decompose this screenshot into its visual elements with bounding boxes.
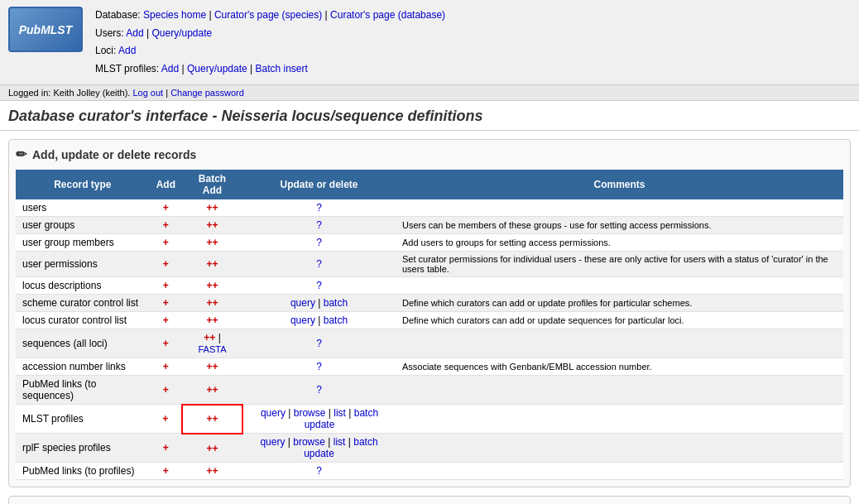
batch-add-link[interactable]: ++	[207, 413, 218, 425]
batch-add-link[interactable]: ++	[207, 465, 218, 477]
batch-add-link[interactable]: ++	[207, 219, 218, 231]
loci-add-link[interactable]: Add	[118, 45, 136, 56]
browse-link[interactable]: browse	[293, 436, 325, 448]
batch-cell: ++ | FASTA	[182, 329, 242, 358]
batch-add-link[interactable]: ++	[207, 361, 218, 372]
table-row: PubMed links (to sequences) + ++ ?	[16, 376, 843, 405]
update-link[interactable]: ?	[316, 258, 322, 270]
batch-cell: ++	[182, 312, 242, 329]
comment-cell: Define which curators can add or update …	[396, 312, 843, 329]
header: PubMLST Database: Species home | Curator…	[0, 0, 859, 85]
batch-cell: ++	[182, 358, 242, 376]
update-link[interactable]: ?	[316, 384, 322, 396]
mlst-label: MLST profiles:	[95, 63, 159, 74]
batch-cell: ++	[182, 252, 242, 277]
list-link[interactable]: list	[334, 436, 346, 448]
comment-cell	[396, 277, 843, 295]
query-link[interactable]: query	[261, 407, 286, 419]
update-link[interactable]: ?	[316, 237, 322, 248]
add-link[interactable]: +	[163, 338, 169, 349]
record-type-cell: user group members	[16, 234, 150, 252]
batch-add-link[interactable]: ++	[207, 280, 218, 291]
users-query-link[interactable]: Query/update	[152, 27, 213, 39]
batch-add-link[interactable]: ++	[207, 237, 218, 248]
mlst-batch-link[interactable]: Batch insert	[255, 63, 307, 74]
add-link[interactable]: +	[163, 384, 169, 396]
table-row: user groups + ++ ? Users can be members …	[16, 217, 843, 234]
batch-cell: ++	[182, 277, 242, 295]
batch-link[interactable]: batch	[324, 297, 348, 309]
add-link[interactable]: +	[162, 413, 168, 425]
comment-cell	[396, 463, 843, 480]
change-password-link[interactable]: Change password	[170, 88, 244, 98]
curators-database-link[interactable]: Curator's page (database)	[330, 9, 445, 21]
browse-link[interactable]: browse	[294, 407, 326, 419]
comment-cell: Define which curators can add or update …	[396, 295, 843, 312]
add-link[interactable]: +	[163, 314, 169, 326]
curators-species-link[interactable]: Curator's page (species)	[214, 9, 322, 21]
update-link[interactable]: ?	[316, 465, 322, 477]
comment-cell: Associate sequences with Genbank/EMBL ac…	[396, 358, 843, 376]
batch-add-link[interactable]: ++	[207, 258, 218, 270]
col-batch-add: Batch Add	[182, 170, 242, 199]
nav-links: Database: Species home | Curator's page …	[95, 7, 445, 78]
table-row: rplF species profiles + ++ query | brows…	[16, 434, 843, 463]
add-link[interactable]: +	[163, 258, 169, 270]
table-row: PubMed links (to profiles) + ++ ?	[16, 463, 843, 480]
add-link[interactable]: +	[163, 297, 169, 309]
update-cell: ?	[242, 358, 396, 376]
records-section-title: Add, update or delete records	[32, 148, 196, 161]
add-cell: +	[150, 312, 182, 329]
table-row: sequences (all loci) + ++ | FASTA ?	[16, 329, 843, 358]
config-section: 🔧 Database configuration Table Add Batch…	[8, 496, 851, 504]
comment-cell: Add users to groups for setting access p…	[396, 234, 843, 252]
record-type-cell: locus descriptions	[16, 277, 150, 295]
add-link[interactable]: +	[163, 202, 169, 214]
logout-link[interactable]: Log out	[132, 88, 163, 98]
update-link[interactable]: ?	[316, 361, 322, 372]
mlst-query-link[interactable]: Query/update	[187, 63, 247, 74]
update-link[interactable]: ?	[316, 219, 322, 231]
update-link[interactable]: ?	[316, 338, 322, 349]
batch-link[interactable]: batch	[324, 314, 348, 326]
species-home-link[interactable]: Species home	[143, 9, 206, 21]
add-link[interactable]: +	[163, 280, 169, 291]
add-cell: +	[150, 405, 182, 434]
add-cell: +	[150, 434, 182, 463]
batch-cell: ++	[182, 199, 242, 217]
batch-cell: ++	[182, 434, 242, 463]
table-row: scheme curator control list + ++ query |…	[16, 295, 843, 312]
users-add-link[interactable]: Add	[126, 27, 143, 39]
batch-add-link[interactable]: ++	[207, 202, 218, 214]
update-cell: query | browse | list | batch update	[242, 405, 396, 434]
record-type-cell: user groups	[16, 217, 150, 234]
add-link[interactable]: +	[163, 219, 169, 231]
update-link[interactable]: ?	[316, 202, 322, 214]
batch-add-link[interactable]: ++	[207, 297, 218, 309]
batch-add-link[interactable]: ++	[204, 332, 215, 343]
logo: PubMLST	[8, 7, 83, 52]
update-link[interactable]: ?	[316, 280, 322, 291]
batch-add-link[interactable]: ++	[207, 314, 218, 326]
batch-add-link[interactable]: ++	[207, 384, 218, 396]
comment-cell	[396, 405, 843, 434]
mlst-add-link[interactable]: Add	[161, 63, 179, 74]
add-link[interactable]: +	[163, 237, 169, 248]
comment-cell	[396, 376, 843, 405]
records-table: Record type Add Batch Add Update or dele…	[16, 170, 843, 480]
add-link[interactable]: +	[163, 361, 169, 372]
records-section: Add, update or delete records Record typ…	[8, 139, 851, 487]
database-label: Database:	[95, 9, 141, 21]
add-cell: +	[150, 252, 182, 277]
add-link[interactable]: +	[163, 465, 169, 477]
page-title: Database curator's interface - Neisseria…	[0, 101, 859, 131]
query-link[interactable]: query	[260, 436, 285, 448]
list-link[interactable]: list	[334, 407, 346, 419]
batch-add-link[interactable]: ++	[207, 443, 218, 454]
add-link[interactable]: +	[163, 442, 169, 454]
query-link[interactable]: query	[290, 314, 315, 326]
fasta-link[interactable]: FASTA	[199, 344, 227, 354]
record-type-cell: users	[16, 199, 150, 217]
col-update-delete: Update or delete	[242, 170, 396, 199]
query-link[interactable]: query	[290, 297, 315, 309]
